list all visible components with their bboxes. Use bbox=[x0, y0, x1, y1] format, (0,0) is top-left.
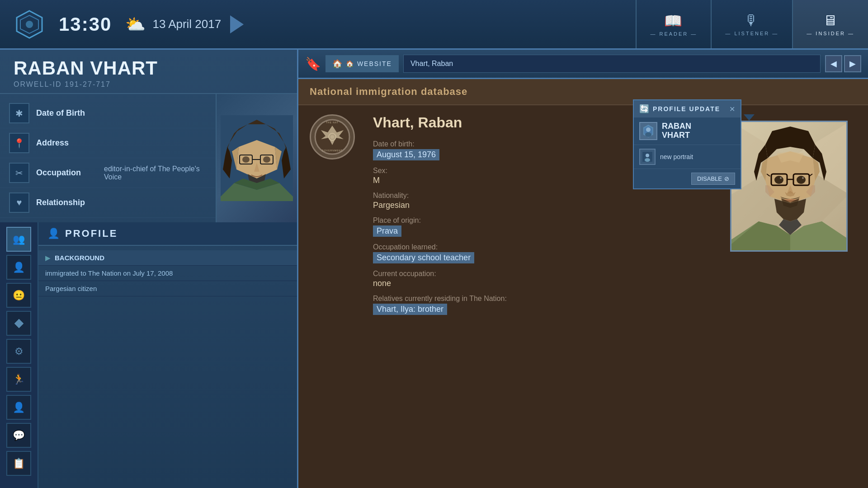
info-row-relationship[interactable]: ♥ Relationship bbox=[0, 188, 216, 218]
profile-tab-header: 👤 PROFILE bbox=[38, 222, 297, 246]
time-display: 13:30 bbox=[59, 14, 112, 35]
svg-point-2 bbox=[26, 21, 33, 28]
sidebar-icon-quote[interactable]: 💬 bbox=[6, 423, 31, 448]
quote-icon: 💬 bbox=[13, 430, 25, 441]
user2-icon: 👤 bbox=[13, 402, 25, 413]
info-row-dob[interactable]: ✱ Date of Birth bbox=[0, 99, 216, 128]
orwell-id: ORWELL-ID 191-27-717 bbox=[14, 80, 283, 89]
sidebar-icon-diamond[interactable] bbox=[6, 311, 31, 336]
svg-point-33 bbox=[646, 154, 649, 157]
occupation-value: editor-in-chief of The People's Voice bbox=[104, 165, 207, 181]
field-relatives-label: Relatives currently residing in The Nati… bbox=[373, 295, 719, 303]
svg-point-51 bbox=[774, 176, 783, 184]
svg-marker-21 bbox=[14, 319, 24, 328]
field-origin: Place of origin: Prava bbox=[373, 216, 719, 243]
background-label: BACKGROUND bbox=[55, 254, 104, 262]
subject-portrait-box bbox=[730, 121, 848, 252]
occupation-label: Occupation bbox=[36, 168, 99, 178]
field-relatives: Relatives currently residing in The Nati… bbox=[373, 295, 719, 321]
reader-label: — READER — bbox=[650, 31, 697, 37]
insider-label: — INSIDER — bbox=[807, 31, 854, 36]
face-icon: 😐 bbox=[13, 290, 25, 301]
entry-immigrated[interactable]: immigrated to The Nation on July 17, 200… bbox=[38, 266, 297, 281]
address-label: Address bbox=[36, 138, 99, 148]
home-icon: 🏠 bbox=[332, 59, 342, 69]
field-dob-value: August 15, 1976 bbox=[373, 149, 439, 160]
portrait-placeholder bbox=[217, 94, 297, 222]
nav-listener[interactable]: 🎙 — LISTENER — bbox=[711, 0, 792, 48]
popup-close-button[interactable]: ✕ bbox=[729, 105, 735, 113]
diamond-icon bbox=[14, 318, 24, 329]
home-button[interactable]: 🏠 🏠 WEBSITE bbox=[326, 55, 399, 72]
popup-name-line2: VHART bbox=[662, 131, 691, 140]
sidebar-icon-gear[interactable]: ⚙ bbox=[6, 339, 31, 364]
nav-back-button[interactable]: ◀ bbox=[825, 55, 842, 72]
field-current-occ-label: Current occupation: bbox=[373, 270, 719, 278]
popup-person: RABAN VHART bbox=[634, 117, 741, 145]
svg-point-34 bbox=[645, 158, 650, 162]
popup-update-label: new portrait bbox=[660, 153, 693, 160]
sidebar-icon-face[interactable]: 😐 bbox=[6, 283, 31, 308]
popup-portrait-icon bbox=[639, 149, 656, 165]
website-title-bar: National immigration database bbox=[298, 79, 868, 105]
svg-point-25 bbox=[330, 135, 334, 139]
svg-point-14 bbox=[263, 156, 270, 163]
sidebar-icon-person[interactable]: 👤 bbox=[6, 255, 31, 280]
field-origin-label: Place of origin: bbox=[373, 216, 719, 225]
background-arrow: ▶ bbox=[45, 254, 50, 262]
field-nationality: Nationality: Pargesian bbox=[373, 192, 719, 210]
sidebar-icon-group[interactable]: 👥 bbox=[6, 227, 31, 252]
nav-arrows: ◀ ▶ bbox=[825, 55, 861, 72]
insider-icon: 🖥 bbox=[823, 12, 838, 29]
info-row-address[interactable]: 📍 Address bbox=[0, 128, 216, 158]
website-body: GOVERNMENT THE NAT Vhart, Raban Date of … bbox=[298, 105, 868, 330]
svg-point-54 bbox=[802, 177, 804, 179]
nav-insider[interactable]: 🖥 — INSIDER — bbox=[792, 0, 868, 48]
bookmark-icon: 🔖 bbox=[305, 56, 321, 71]
occupation-icon: ✂ bbox=[9, 163, 29, 183]
subject-portrait-svg bbox=[731, 122, 848, 252]
run-icon: 🏃 bbox=[13, 374, 25, 385]
sidebar-icon-book[interactable]: 📋 bbox=[6, 451, 31, 476]
sidebar-icon-user2[interactable]: 👤 bbox=[6, 395, 31, 420]
popup-avatar bbox=[639, 122, 657, 140]
profile-content: 👤 PROFILE ▶ BACKGROUND immigrated to The… bbox=[38, 222, 297, 488]
dob-label: Date of Birth bbox=[36, 108, 99, 118]
nav-forward-button[interactable]: ▶ bbox=[844, 55, 861, 72]
field-nationality-value: Pargesian bbox=[373, 201, 719, 210]
portrait-area bbox=[216, 94, 297, 222]
field-relatives-value: Vhart, Ilya: brother bbox=[373, 304, 447, 315]
book-icon: 📋 bbox=[13, 458, 25, 469]
listener-label: — LISTENER — bbox=[725, 31, 778, 36]
entry-citizen[interactable]: Pargesian citizen bbox=[38, 281, 297, 296]
sidebar-icons: 👥 👤 😐 ⚙ 🏃 bbox=[0, 222, 38, 488]
popup-person-name: RABAN VHART bbox=[662, 122, 691, 140]
profile-name: RABAN VHART bbox=[14, 59, 283, 78]
popup-arrow-down bbox=[744, 114, 755, 121]
top-bar: 13:30 ⛅ 13 April 2017 📖 — READER — 🎙 — L… bbox=[0, 0, 868, 50]
svg-point-30 bbox=[646, 127, 651, 132]
svg-point-13 bbox=[242, 156, 250, 163]
profile-tab-label: PROFILE bbox=[65, 228, 118, 239]
popup-refresh-icon: 🔄 bbox=[639, 104, 649, 114]
bottom-section: 👥 👤 😐 ⚙ 🏃 bbox=[0, 222, 297, 488]
url-input[interactable] bbox=[403, 55, 821, 73]
weather-icon: ⛅ bbox=[125, 15, 146, 34]
profile-entries: ▶ BACKGROUND immigrated to The Nation on… bbox=[38, 246, 297, 488]
entry-background-header[interactable]: ▶ BACKGROUND bbox=[38, 250, 297, 266]
immigrated-text: immigrated to The Nation on July 17, 200… bbox=[45, 269, 173, 277]
profile-header: RABAN VHART ORWELL-ID 191-27-717 bbox=[0, 50, 297, 94]
citizen-text: Pargesian citizen bbox=[45, 285, 97, 292]
info-row-occupation[interactable]: ✂ Occupation editor-in-chief of The Peop… bbox=[0, 158, 216, 188]
disable-button[interactable]: DISABLE ⊘ bbox=[691, 173, 735, 185]
field-current-occ-value: none bbox=[373, 279, 719, 288]
popup-footer: DISABLE ⊘ bbox=[634, 169, 741, 188]
popup-update-row: new portrait bbox=[634, 145, 741, 169]
svg-point-52 bbox=[797, 176, 806, 184]
nav-reader[interactable]: 📖 — READER — bbox=[636, 0, 711, 48]
field-current-occ: Current occupation: none bbox=[373, 270, 719, 288]
popup-title: PROFILE UPDATE bbox=[653, 105, 726, 113]
sidebar-icon-run[interactable]: 🏃 bbox=[6, 367, 31, 392]
svg-point-53 bbox=[780, 177, 782, 179]
field-occ-learned-value: Secondary school teacher bbox=[373, 252, 474, 263]
